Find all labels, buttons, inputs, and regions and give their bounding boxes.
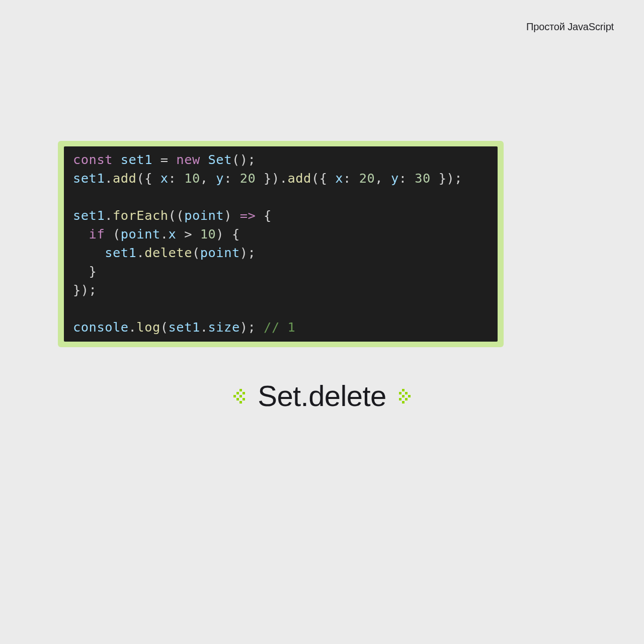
- token-foreach: forEach: [113, 208, 169, 223]
- token-dot: .: [136, 245, 144, 260]
- code-line-6: }: [73, 264, 97, 279]
- title-row: Set.delete: [0, 379, 644, 413]
- token-punct: (: [160, 319, 169, 335]
- chevron-left-icon: [233, 387, 245, 405]
- token-add: add: [113, 171, 136, 186]
- code-line-1: const set1 = new Set();: [73, 152, 256, 167]
- token-dot: .: [105, 171, 113, 186]
- token-key-x: x: [335, 171, 343, 186]
- token-point: point: [184, 208, 224, 223]
- token-number: 20: [240, 171, 256, 186]
- token-number: 20: [359, 171, 375, 186]
- token-set1: set1: [121, 152, 152, 167]
- token-colon: :: [169, 171, 185, 186]
- token-punct: });: [431, 171, 462, 186]
- code-line-4: if (point.x > 10) {: [73, 226, 240, 242]
- token-number: 30: [415, 171, 431, 186]
- code-line-2: set1.add({ x: 10, y: 20 }).add({ x: 20, …: [73, 171, 462, 186]
- code-card: const set1 = new Set(); set1.add({ x: 10…: [58, 141, 504, 347]
- token-key-y: y: [216, 171, 224, 186]
- token-indent: [73, 264, 89, 279]
- code-block: const set1 = new Set(); set1.add({ x: 10…: [64, 146, 498, 342]
- token-punct: {: [256, 208, 272, 223]
- code-line-8: console.log(set1.size); // 1: [73, 319, 295, 335]
- code-blank-line: [73, 301, 81, 316]
- token-colon: :: [399, 171, 415, 186]
- token-dot: .: [129, 319, 137, 335]
- token-console: console: [73, 319, 129, 335]
- token-set1: set1: [169, 319, 200, 335]
- token-dot: .: [200, 319, 208, 335]
- page-title: Set.delete: [258, 379, 386, 413]
- token-point: point: [200, 245, 240, 260]
- token-size: size: [208, 319, 240, 335]
- token-punct: ((: [169, 208, 185, 223]
- token-equals: =: [160, 152, 169, 167]
- token-space: [152, 152, 160, 167]
- code-line-7: });: [73, 282, 97, 297]
- token-delete: delete: [144, 245, 192, 260]
- token-number: 10: [184, 171, 200, 186]
- token-space: [200, 152, 208, 167]
- token-punct: ({: [136, 171, 160, 186]
- token-punct: ({: [311, 171, 335, 186]
- chevron-right-icon: [399, 387, 411, 405]
- token-comma: ,: [375, 171, 391, 186]
- token-space: [176, 226, 184, 242]
- token-space: [192, 226, 200, 242]
- token-punct: ) {: [216, 226, 239, 242]
- token-indent: [73, 245, 105, 260]
- token-punct: );: [240, 245, 256, 260]
- token-log: log: [136, 319, 160, 335]
- token-const: const: [73, 152, 113, 167]
- token-key-x: x: [160, 171, 169, 186]
- token-new: new: [176, 152, 200, 167]
- token-indent: [73, 226, 89, 242]
- token-space: [113, 152, 121, 167]
- token-set1: set1: [73, 208, 105, 223]
- token-key-y: y: [391, 171, 399, 186]
- token-gt: >: [184, 226, 192, 242]
- token-comment: // 1: [264, 319, 295, 335]
- token-punct: ): [224, 208, 240, 223]
- token-space: [169, 152, 177, 167]
- token-colon: :: [343, 171, 359, 186]
- token-colon: :: [224, 171, 240, 186]
- token-punct: (: [192, 245, 200, 260]
- token-punct: (: [105, 226, 121, 242]
- code-blank-line: [73, 189, 81, 204]
- watermark-label: Простой JavaScript: [526, 21, 614, 33]
- code-line-5: set1.delete(point);: [73, 245, 256, 260]
- token-parens: ();: [232, 152, 256, 167]
- token-set-type: Set: [208, 152, 232, 167]
- token-add: add: [288, 171, 311, 186]
- code-line-3: set1.forEach((point) => {: [73, 208, 272, 223]
- token-dot: .: [105, 208, 113, 223]
- token-close: });: [73, 282, 97, 297]
- token-number: 10: [200, 226, 216, 242]
- token-arrow: =>: [240, 208, 256, 223]
- token-brace: }: [89, 264, 97, 279]
- token-if: if: [89, 226, 105, 242]
- token-set1: set1: [73, 171, 105, 186]
- token-point: point: [121, 226, 160, 242]
- token-set1: set1: [105, 245, 136, 260]
- token-comma: ,: [200, 171, 216, 186]
- token-punct: );: [240, 319, 264, 335]
- token-punct: }).: [256, 171, 287, 186]
- token-key-x: x: [169, 226, 177, 242]
- token-dot: .: [160, 226, 169, 242]
